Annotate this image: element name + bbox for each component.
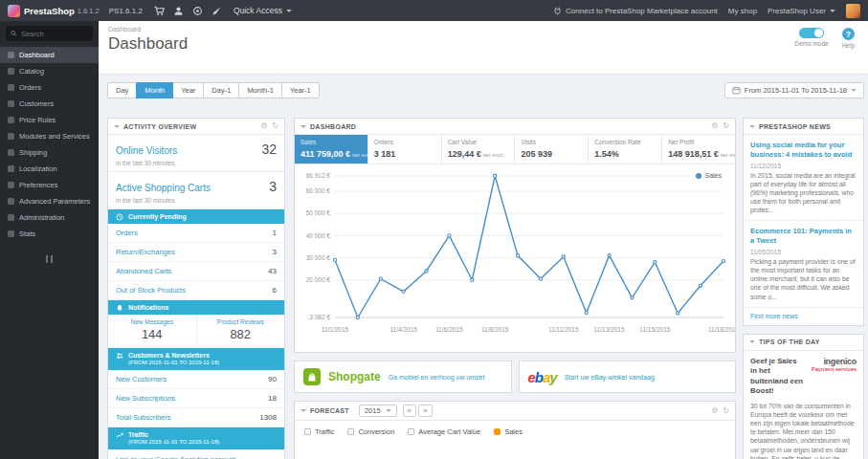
prestashop-news-panel: PRESTASHOP NEWS Using social media for y… — [743, 118, 864, 326]
sidebar-item-catalog[interactable]: Catalog — [0, 63, 99, 79]
pending-orders-row: Orders 1 — [108, 224, 284, 243]
checkbox-icon[interactable] — [408, 428, 414, 435]
range-month-button[interactable]: Month — [136, 82, 173, 98]
range-month-1-button[interactable]: Month-1 — [238, 82, 282, 98]
help-button[interactable]: ? — [842, 28, 855, 40]
out-of-stock-link[interactable]: Out of Stock Products — [116, 286, 186, 295]
date-range-picker[interactable]: From 2015-11-01 To 2015-11-18 — [724, 82, 864, 98]
sidebar-item-label: Catalog — [19, 67, 44, 76]
checkbox-icon[interactable] — [304, 428, 311, 435]
online-visitors-link[interactable]: Online Visitors — [116, 145, 177, 156]
forecast-next-button[interactable]: » — [418, 404, 432, 417]
range-year-1-button[interactable]: Year-1 — [281, 82, 320, 98]
kpi-value: 129,44 € — [448, 149, 481, 159]
forecast-legend-sales[interactable]: Sales — [494, 427, 523, 436]
new-subscriptions-link[interactable]: New Subscriptions — [116, 394, 175, 403]
sidebar-item-advanced-parameters[interactable]: Advanced Parameters — [0, 193, 99, 209]
range-day-button[interactable]: Day — [107, 82, 137, 98]
search-input[interactable] — [21, 30, 88, 38]
notifications-header: Notifications — [108, 300, 284, 315]
abandoned-carts-link[interactable]: Abandoned Carts — [116, 267, 171, 275]
ebay-ad[interactable]: ebay Start uw eBay-winkel vandaag — [519, 361, 737, 393]
total-subscribers-link[interactable]: Total Subscribers — [116, 413, 171, 422]
sidebar-item-price-rules[interactable]: Price Rules — [0, 112, 99, 128]
refresh-icon[interactable]: ↻ — [272, 122, 278, 130]
range-day-1-button[interactable]: Day-1 — [203, 82, 239, 98]
sidebar-search[interactable] — [6, 26, 93, 41]
forecast-legend-conversion[interactable]: Conversion — [347, 427, 394, 436]
refresh-icon[interactable]: ↻ — [723, 407, 729, 415]
sidebar-item-dashboard[interactable]: Dashboard — [0, 47, 99, 63]
news-article-title-link[interactable]: Using social media for your business: 4 … — [750, 141, 857, 160]
cart-icon[interactable] — [154, 6, 165, 16]
refresh-icon[interactable]: ↻ — [723, 122, 729, 130]
price-rules-icon — [8, 117, 14, 123]
svg-text:11/6/2015: 11/6/2015 — [435, 326, 463, 333]
new-customers-link[interactable]: New Customers — [116, 375, 167, 383]
settings-icon[interactable]: ⚙ — [711, 122, 718, 130]
settings-icon[interactable]: ⚙ — [711, 407, 718, 415]
employee-icon[interactable] — [173, 6, 184, 16]
range-year-button[interactable]: Year — [172, 82, 204, 98]
forecast-prev-button[interactable]: « — [403, 404, 416, 417]
pending-returns-link[interactable]: Return/Exchanges — [116, 248, 175, 256]
kpi-tab-conversion-rate[interactable]: Conversion Rate 1.54% — [589, 135, 662, 164]
sidebar-item-localization[interactable]: Localization — [0, 161, 99, 177]
rocket-icon[interactable] — [211, 6, 222, 16]
kpi-tab-sales[interactable]: Sales 411 759,00 €tax excl. — [295, 135, 368, 164]
active-carts-value: 3 — [269, 179, 277, 194]
localization-icon — [8, 165, 14, 172]
kpi-tab-cart-value[interactable]: Cart Value 129,44 €tax excl. — [442, 135, 516, 164]
active-carts-link[interactable]: Active Shopping Carts — [116, 183, 211, 193]
user-menu[interactable]: PrestaShop User — [768, 7, 835, 15]
prestashop-logo-icon — [8, 5, 20, 17]
bell-icon — [116, 304, 123, 312]
sidebar-item-customers[interactable]: Customers — [0, 96, 99, 112]
column-middle: DASHBOARD ⚙ ↻ Sales 411 759,00 €tax excl… — [294, 118, 736, 459]
find-more-news-link[interactable]: Find more news — [744, 308, 863, 325]
date-range-label: From 2015-11-01 To 2015-11-18 — [745, 86, 847, 95]
sidebar-item-preferences[interactable]: Preferences — [0, 177, 99, 193]
settings-icon[interactable]: ⚙ — [260, 122, 267, 130]
sidebar-item-shipping[interactable]: Shipping — [0, 144, 99, 161]
demo-mode-toggle[interactable] — [799, 28, 824, 38]
pending-orders-link[interactable]: Orders — [116, 229, 138, 237]
lifebuoy-icon[interactable] — [192, 6, 203, 16]
shopgate-ad[interactable]: Shopgate Ga mobiel en verhoog uw omzet — [294, 361, 512, 393]
news-article-title-link[interactable]: Ecommerce 101: Payments in a Tweet — [750, 227, 857, 246]
sidebar-item-administration[interactable]: Administration — [0, 209, 99, 226]
new-messages-cell[interactable]: New Messages 144 — [108, 315, 196, 347]
checkbox-icon[interactable] — [347, 428, 354, 435]
forecast-year-select[interactable]: 2015 — [359, 404, 397, 417]
kpi-note: tax excl. — [352, 152, 368, 158]
user-avatar[interactable] — [846, 4, 860, 18]
kpi-tab-visits[interactable]: Visits 205 939 — [515, 135, 589, 164]
shopgate-logo-text: Shopgate — [328, 370, 381, 383]
sidebar-collapse-button[interactable] — [0, 250, 99, 267]
calendar-icon — [732, 86, 741, 95]
my-shop-link[interactable]: My shop — [728, 7, 757, 15]
shopgate-ad-link[interactable]: Ga mobiel en verhoog uw omzet — [389, 374, 485, 381]
sales-chart: Sales 66 912 €60 000 €50 000 €40 000 €30… — [295, 164, 735, 352]
kpi-note: tax excl. — [721, 152, 735, 158]
checked-swatch-icon[interactable] — [494, 428, 501, 435]
sidebar-item-orders[interactable]: Orders — [0, 79, 99, 96]
quick-access-menu[interactable]: Quick Access — [234, 6, 292, 15]
forecast-legend-average-cart-value[interactable]: Average Cart Value — [408, 427, 480, 436]
caret-down-icon — [386, 409, 391, 412]
traffic-title: Traffic (FROM 2015-11-01 TO 2015-11-18) — [128, 430, 219, 447]
sales-line-chart[interactable]: 66 912 €60 000 €50 000 €40 000 €30 000 €… — [295, 166, 735, 348]
toggle-knob-icon — [814, 29, 823, 37]
brand-name[interactable]: PrestaShop — [24, 6, 75, 16]
kpi-tab-net-profit[interactable]: Net Profit 148 918,51 €tax excl. — [662, 135, 735, 164]
kpi-tab-orders[interactable]: Orders 3 181 — [368, 135, 442, 164]
sidebar-item-stats[interactable]: Stats — [0, 226, 99, 242]
sidebar-item-modules[interactable]: Modules and Services — [0, 128, 99, 144]
ebay-ad-link[interactable]: Start uw eBay-winkel vandaag — [565, 374, 655, 381]
svg-text:60 000 €: 60 000 € — [306, 187, 331, 194]
forecast-legend-traffic[interactable]: Traffic — [304, 427, 334, 436]
kpi-label: Conversion Rate — [594, 139, 656, 145]
google-analytics-link[interactable]: Link to your Google Analytics account — [108, 449, 284, 459]
product-reviews-cell[interactable]: Product Reviews 882 — [196, 315, 285, 347]
marketplace-connect-link[interactable]: Connect to PrestaShop Marketplace accoun… — [553, 7, 718, 15]
